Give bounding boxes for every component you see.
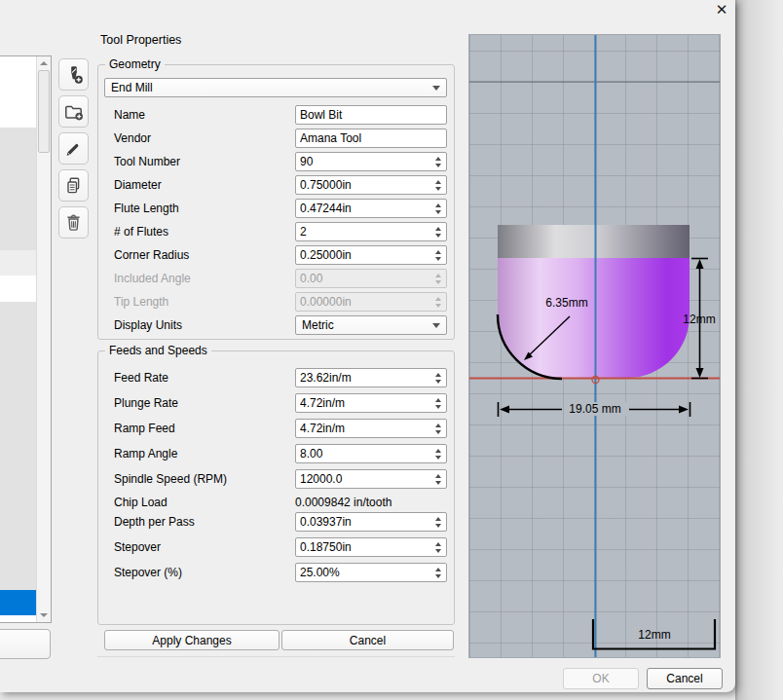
flute-length-label: Flute Length — [114, 199, 289, 218]
spin-down-icon — [435, 456, 441, 460]
diameter-stepper[interactable] — [431, 175, 445, 195]
included-angle-input — [295, 269, 447, 288]
spin-down-icon — [435, 257, 441, 261]
scroll-up-button[interactable] — [37, 56, 51, 70]
plunge-rate-field-wrap — [295, 393, 447, 413]
apply-changes-button[interactable]: Apply Changes — [104, 630, 280, 650]
name-field-wrap — [295, 105, 447, 125]
feed-rate-input[interactable] — [295, 368, 447, 387]
vendor-input[interactable] — [295, 129, 447, 148]
flute-length-field-wrap — [295, 199, 447, 218]
spin-down-icon — [435, 549, 441, 553]
corner-radius-stepper[interactable] — [431, 245, 445, 265]
tool-type-value: End Mill — [111, 81, 432, 94]
tool-number-stepper[interactable] — [431, 152, 445, 171]
name-input[interactable] — [295, 105, 447, 125]
list-item[interactable] — [0, 128, 36, 250]
ramp-angle-field-wrap — [295, 444, 447, 463]
spindle-speed-stepper[interactable] — [431, 469, 445, 489]
depth-per-pass-stepper[interactable] — [431, 512, 445, 532]
ramp-feed-input[interactable] — [295, 419, 447, 438]
spin-down-icon — [435, 430, 441, 434]
num-flutes-stepper[interactable] — [431, 222, 445, 241]
add-library-button[interactable] — [58, 95, 89, 128]
spin-down-icon — [435, 187, 441, 191]
list-item[interactable] — [0, 302, 36, 590]
spin-up-icon — [435, 157, 441, 161]
panel-cancel-button[interactable]: Cancel — [281, 630, 454, 650]
scroll-down-icon — [40, 613, 48, 617]
arrowhead — [679, 406, 689, 414]
plunge-rate-stepper[interactable] — [431, 393, 445, 413]
stepover-field-wrap — [295, 537, 447, 557]
tip-length-label: Tip Length — [114, 292, 289, 312]
diameter-label: Diameter — [114, 175, 289, 195]
tool-type-select[interactable]: End Mill — [104, 78, 447, 97]
plunge-rate-input[interactable] — [295, 393, 447, 413]
corner-radius-label: Corner Radius — [114, 245, 289, 265]
feed-rate-field-wrap — [295, 368, 447, 387]
spin-up-icon — [435, 424, 441, 427]
tool-number-label: Tool Number — [114, 152, 289, 171]
spin-up-icon — [435, 568, 441, 571]
tool-properties-dialog: ✕ — [0, 0, 735, 692]
flute-length-input[interactable] — [295, 199, 447, 218]
list-item[interactable] — [0, 615, 36, 622]
spin-up-icon — [435, 474, 441, 478]
arrowhead — [696, 259, 704, 269]
close-icon[interactable]: ✕ — [711, 0, 732, 19]
chevron-down-icon — [432, 323, 440, 328]
spindle-speed-input[interactable] — [295, 469, 447, 489]
corner-radius-arc — [498, 314, 562, 379]
stepover-pct-stepper[interactable] — [431, 563, 445, 582]
list-footer-button[interactable] — [0, 629, 51, 659]
list-scrollbar[interactable] — [36, 56, 51, 622]
geometry-group-title: Geometry — [105, 57, 165, 71]
tool-number-input[interactable] — [295, 152, 447, 171]
feeds-group-title: Feeds and Speeds — [105, 344, 211, 357]
dialog-cancel-button[interactable]: Cancel — [647, 668, 723, 689]
stepover-stepper[interactable] — [431, 537, 445, 557]
ramp-angle-stepper[interactable] — [431, 444, 445, 463]
delete-tool-button[interactable] — [58, 206, 89, 239]
preview-annotations — [469, 35, 721, 658]
add-tool-button[interactable] — [58, 58, 89, 91]
tool-library-list[interactable] — [0, 55, 52, 623]
scroll-down-button[interactable] — [37, 608, 51, 622]
spin-down-icon — [435, 380, 441, 384]
chevron-down-icon — [432, 86, 440, 91]
diameter-field-wrap — [295, 175, 447, 195]
num-flutes-field-wrap — [295, 222, 447, 241]
scrollbar-thumb[interactable] — [38, 70, 50, 153]
list-item[interactable] — [0, 56, 36, 128]
num-flutes-input[interactable] — [295, 222, 447, 241]
ok-button[interactable]: OK — [563, 668, 639, 689]
spin-up-icon — [435, 517, 441, 521]
add-folder-icon — [63, 101, 84, 122]
num-flutes-label: # of Flutes — [114, 222, 289, 241]
stepover-pct-input[interactable] — [295, 563, 447, 582]
spin-down-icon — [435, 164, 441, 167]
spindle-speed-field-wrap — [295, 469, 447, 489]
feed-rate-stepper[interactable] — [431, 368, 445, 387]
duplicate-tool-button[interactable] — [58, 169, 89, 202]
display-units-select[interactable]: Metric — [295, 315, 447, 335]
list-item[interactable] — [0, 276, 36, 302]
spin-down-icon — [435, 574, 441, 578]
list-item-selected[interactable] — [0, 590, 36, 615]
vendor-label: Vendor — [114, 129, 289, 148]
included-angle-label: Included Angle — [114, 269, 289, 288]
spin-up-icon — [435, 398, 441, 402]
diameter-input[interactable] — [295, 175, 447, 195]
list-item[interactable] — [0, 250, 36, 276]
spin-down-icon — [435, 405, 441, 409]
vendor-field-wrap — [295, 129, 447, 148]
corner-radius-input[interactable] — [295, 245, 447, 265]
ramp-angle-input[interactable] — [295, 444, 447, 463]
ramp-feed-stepper[interactable] — [431, 419, 445, 438]
flute-length-stepper[interactable] — [431, 199, 445, 218]
depth-per-pass-input[interactable] — [295, 512, 447, 532]
edit-tool-button[interactable] — [58, 132, 89, 165]
stepover-input[interactable] — [295, 537, 447, 557]
tip-length-field-wrap — [295, 292, 447, 312]
